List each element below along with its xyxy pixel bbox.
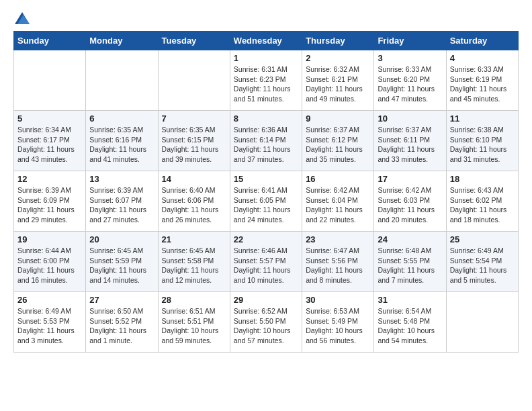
calendar-cell (158, 50, 230, 111)
calendar-cell (446, 292, 518, 353)
day-number: 14 (162, 174, 226, 184)
header-tuesday: Tuesday (158, 32, 230, 50)
sunrise-text: Sunrise: 6:39 AM (89, 185, 154, 195)
calendar-cell (86, 50, 158, 111)
sunset-text: Sunset: 5:51 PM (162, 316, 226, 326)
daylight-text: Daylight: 11 hours and 33 minutes. (378, 144, 442, 164)
day-number: 9 (306, 113, 370, 124)
calendar-cell: 3Sunrise: 6:33 AMSunset: 6:20 PMDaylight… (374, 50, 446, 111)
logo (13, 13, 30, 24)
header-monday: Monday (86, 32, 158, 50)
calendar-cell: 14Sunrise: 6:40 AMSunset: 6:06 PMDayligh… (158, 171, 230, 232)
sunset-text: Sunset: 6:17 PM (17, 135, 82, 145)
day-number: 4 (450, 53, 515, 63)
calendar-cell (14, 50, 86, 111)
sunset-text: Sunset: 6:21 PM (306, 75, 370, 85)
day-number: 19 (17, 234, 82, 244)
calendar-cell: 15Sunrise: 6:41 AMSunset: 6:05 PMDayligh… (230, 171, 302, 232)
day-number: 24 (378, 234, 442, 244)
daylight-text: Daylight: 11 hours and 8 minutes. (306, 265, 370, 285)
sunrise-text: Sunrise: 6:45 AM (89, 246, 154, 256)
day-number: 6 (89, 113, 154, 124)
day-info: Sunrise: 6:42 AMSunset: 6:03 PMDaylight:… (378, 185, 442, 225)
day-info: Sunrise: 6:32 AMSunset: 6:21 PMDaylight:… (306, 64, 370, 104)
sunset-text: Sunset: 5:54 PM (450, 256, 515, 266)
day-number: 8 (234, 113, 298, 124)
sunset-text: Sunset: 6:14 PM (234, 135, 298, 145)
sunset-text: Sunset: 6:11 PM (378, 135, 442, 145)
calendar-cell: 24Sunrise: 6:48 AMSunset: 5:55 PMDayligh… (374, 232, 446, 292)
daylight-text: Daylight: 10 hours and 59 minutes. (162, 326, 226, 345)
calendar-week-row: 26Sunrise: 6:49 AMSunset: 5:53 PMDayligh… (14, 292, 519, 353)
calendar-cell: 11Sunrise: 6:38 AMSunset: 6:10 PMDayligh… (446, 111, 518, 171)
logo-icon (15, 12, 30, 24)
calendar-week-row: 1Sunrise: 6:31 AMSunset: 6:23 PMDaylight… (14, 50, 519, 111)
day-info: Sunrise: 6:35 AMSunset: 6:15 PMDaylight:… (162, 125, 226, 165)
day-number: 18 (450, 174, 515, 184)
day-info: Sunrise: 6:46 AMSunset: 5:57 PMDaylight:… (234, 246, 298, 285)
day-info: Sunrise: 6:33 AMSunset: 6:20 PMDaylight:… (378, 64, 442, 104)
sunset-text: Sunset: 6:23 PM (234, 75, 298, 85)
daylight-text: Daylight: 11 hours and 47 minutes. (378, 84, 442, 103)
sunset-text: Sunset: 5:49 PM (306, 316, 370, 326)
calendar-cell: 16Sunrise: 6:42 AMSunset: 6:04 PMDayligh… (302, 171, 374, 232)
daylight-text: Daylight: 10 hours and 56 minutes. (306, 326, 370, 345)
sunrise-text: Sunrise: 6:40 AM (162, 185, 226, 195)
daylight-text: Daylight: 11 hours and 1 minute. (89, 326, 154, 345)
day-number: 20 (89, 234, 154, 244)
calendar-cell: 18Sunrise: 6:43 AMSunset: 6:02 PMDayligh… (446, 171, 518, 232)
sunrise-text: Sunrise: 6:33 AM (450, 64, 515, 75)
sunset-text: Sunset: 6:15 PM (162, 135, 226, 145)
calendar-cell: 19Sunrise: 6:44 AMSunset: 6:00 PMDayligh… (14, 232, 86, 292)
calendar-week-row: 12Sunrise: 6:39 AMSunset: 6:09 PMDayligh… (14, 171, 519, 232)
header-friday: Friday (374, 32, 446, 50)
day-number: 17 (378, 174, 442, 184)
sunset-text: Sunset: 6:16 PM (89, 135, 154, 145)
daylight-text: Daylight: 11 hours and 5 minutes. (450, 265, 515, 285)
sunset-text: Sunset: 5:52 PM (89, 316, 154, 326)
day-number: 23 (306, 234, 370, 244)
day-info: Sunrise: 6:51 AMSunset: 5:51 PMDaylight:… (162, 306, 226, 346)
daylight-text: Daylight: 11 hours and 43 minutes. (17, 144, 82, 164)
sunrise-text: Sunrise: 6:52 AM (234, 306, 298, 316)
sunrise-text: Sunrise: 6:35 AM (89, 125, 154, 135)
daylight-text: Daylight: 11 hours and 41 minutes. (89, 144, 154, 164)
day-info: Sunrise: 6:34 AMSunset: 6:17 PMDaylight:… (17, 125, 82, 165)
day-number: 12 (17, 174, 82, 184)
sunrise-text: Sunrise: 6:44 AM (17, 246, 82, 256)
daylight-text: Daylight: 11 hours and 10 minutes. (234, 265, 298, 285)
sunrise-text: Sunrise: 6:48 AM (378, 246, 442, 256)
day-number: 3 (378, 53, 442, 63)
day-info: Sunrise: 6:35 AMSunset: 6:16 PMDaylight:… (89, 125, 154, 165)
calendar-cell: 5Sunrise: 6:34 AMSunset: 6:17 PMDaylight… (14, 111, 86, 171)
daylight-text: Daylight: 11 hours and 29 minutes. (17, 205, 82, 224)
daylight-text: Daylight: 11 hours and 18 minutes. (450, 205, 515, 224)
sunrise-text: Sunrise: 6:37 AM (378, 125, 442, 135)
daylight-text: Daylight: 11 hours and 12 minutes. (162, 265, 226, 285)
sunset-text: Sunset: 6:07 PM (89, 195, 154, 205)
calendar-cell: 29Sunrise: 6:52 AMSunset: 5:50 PMDayligh… (230, 292, 302, 353)
calendar-cell: 2Sunrise: 6:32 AMSunset: 6:21 PMDaylight… (302, 50, 374, 111)
sunset-text: Sunset: 5:59 PM (89, 256, 154, 266)
calendar-cell: 20Sunrise: 6:45 AMSunset: 5:59 PMDayligh… (86, 232, 158, 292)
calendar-cell: 9Sunrise: 6:37 AMSunset: 6:12 PMDaylight… (302, 111, 374, 171)
calendar-cell: 17Sunrise: 6:42 AMSunset: 6:03 PMDayligh… (374, 171, 446, 232)
sunrise-text: Sunrise: 6:36 AM (234, 125, 298, 135)
sunrise-text: Sunrise: 6:53 AM (306, 306, 370, 316)
day-info: Sunrise: 6:39 AMSunset: 6:07 PMDaylight:… (89, 185, 154, 225)
day-info: Sunrise: 6:43 AMSunset: 6:02 PMDaylight:… (450, 185, 515, 225)
daylight-text: Daylight: 11 hours and 51 minutes. (234, 84, 298, 103)
day-number: 25 (450, 234, 515, 244)
sunset-text: Sunset: 6:12 PM (306, 135, 370, 145)
day-info: Sunrise: 6:49 AMSunset: 5:53 PMDaylight:… (17, 306, 82, 346)
sunset-text: Sunset: 6:10 PM (450, 135, 515, 145)
day-info: Sunrise: 6:44 AMSunset: 6:00 PMDaylight:… (17, 246, 82, 285)
day-info: Sunrise: 6:45 AMSunset: 5:58 PMDaylight:… (162, 246, 226, 285)
calendar-week-row: 5Sunrise: 6:34 AMSunset: 6:17 PMDaylight… (14, 111, 519, 171)
page-header (13, 13, 519, 24)
day-info: Sunrise: 6:41 AMSunset: 6:05 PMDaylight:… (234, 185, 298, 225)
daylight-text: Daylight: 11 hours and 49 minutes. (306, 84, 370, 103)
daylight-text: Daylight: 11 hours and 24 minutes. (234, 205, 298, 224)
sunset-text: Sunset: 5:53 PM (17, 316, 82, 326)
sunrise-text: Sunrise: 6:41 AM (234, 185, 298, 195)
